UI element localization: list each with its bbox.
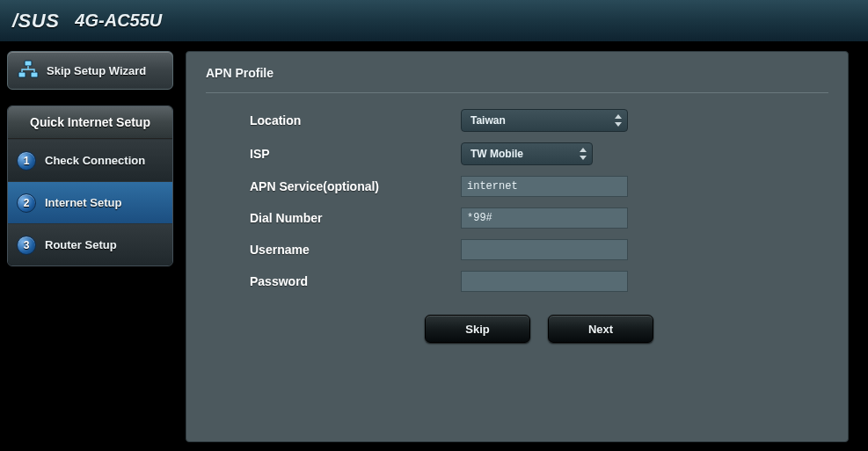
step-label: Check Connection [45,154,145,167]
label-isp: ISP [250,147,461,161]
label-password: Password [250,274,461,288]
step-number: 2 [17,193,36,213]
skip-button[interactable]: Skip [425,315,530,343]
row-apn: APN Service(optional) [250,176,828,197]
next-button[interactable]: Next [548,315,653,343]
dial-number-input[interactable] [461,207,628,229]
sidebar: Skip Setup Wizard Quick Internet Setup 1… [0,42,180,451]
main-area: APN Profile Location Taiwan ISP [180,42,868,451]
step-label: Internet Setup [45,196,121,209]
label-username: Username [250,243,461,257]
panel-title: APN Profile [206,66,828,93]
network-icon [17,60,40,82]
skip-setup-wizard-button[interactable]: Skip Setup Wizard [7,51,173,90]
apn-form: Location Taiwan ISP TW Mobile [206,109,828,343]
quick-internet-setup-box: Quick Internet Setup 1 Check Connection … [7,105,173,266]
quick-internet-setup-title: Quick Internet Setup [8,106,172,139]
label-location: Location [250,113,461,127]
password-input[interactable] [461,271,628,292]
row-password: Password [250,271,828,292]
model-name: 4G-AC55U [75,11,162,31]
svg-rect-1 [18,72,26,77]
apn-service-input[interactable] [461,176,628,197]
row-dial: Dial Number [250,207,828,229]
step-check-connection[interactable]: 1 Check Connection [8,139,172,181]
row-isp: ISP TW Mobile [250,142,828,165]
step-router-setup[interactable]: 3 Router Setup [8,223,172,266]
body: Skip Setup Wizard Quick Internet Setup 1… [0,42,868,451]
isp-select[interactable]: TW Mobile [461,142,593,165]
svg-rect-2 [31,72,38,77]
action-buttons: Skip Next [250,315,828,343]
step-number: 1 [17,151,36,171]
apn-profile-panel: APN Profile Location Taiwan ISP [186,51,849,442]
row-username: Username [250,239,828,260]
step-internet-setup[interactable]: 2 Internet Setup [8,181,172,223]
row-location: Location Taiwan [250,109,828,132]
step-number: 3 [17,236,36,255]
step-label: Router Setup [45,238,117,251]
location-select[interactable]: Taiwan [461,109,628,132]
svg-rect-0 [25,61,32,66]
username-input[interactable] [461,239,628,260]
label-dial: Dial Number [250,211,461,225]
skip-setup-wizard-label: Skip Setup Wizard [47,64,146,77]
label-apn: APN Service(optional) [250,179,461,193]
header-bar: /SUS 4G-AC55U [0,0,868,42]
brand-logo: /SUS [12,10,59,33]
